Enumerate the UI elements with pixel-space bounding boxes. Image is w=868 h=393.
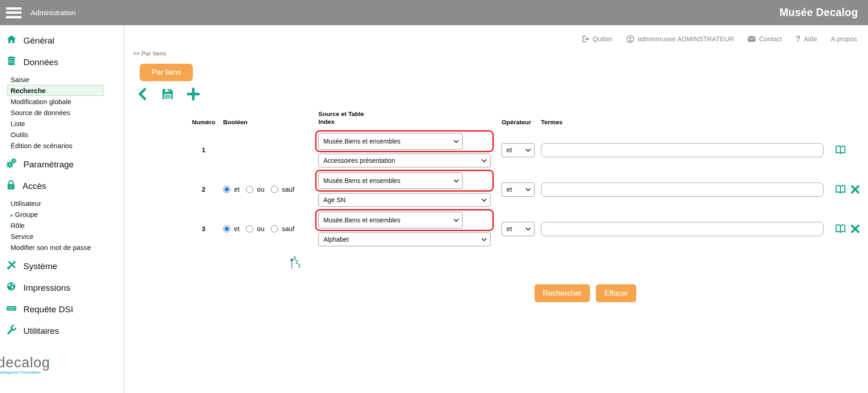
wrench-icon	[6, 324, 17, 338]
action-buttons: Rechercher Effacer	[535, 284, 868, 302]
criterion-row-1: 1 Musée.Biens et ensembles Accessoires p…	[184, 130, 868, 170]
term-input[interactable]	[541, 222, 824, 236]
operator-select[interactable]: et	[502, 222, 535, 236]
search-form: Numéro Booléen Source et Table Index Opé…	[184, 110, 868, 302]
chevron-down-icon	[525, 226, 530, 231]
sidebar-item-source-de-donnees[interactable]: Source de données	[7, 107, 104, 118]
tab-par-liens[interactable]: Par liens	[140, 64, 193, 81]
delete-row-icon[interactable]	[850, 184, 860, 194]
database-icon	[6, 55, 17, 69]
boolean-radio-group: et ou sauf	[223, 225, 318, 232]
sidebar-item-service[interactable]: Service	[7, 231, 104, 242]
effacer-button[interactable]: Effacer	[596, 284, 636, 302]
sidebar-item-recherche[interactable]: Recherche	[7, 85, 104, 96]
print-globe-icon	[6, 281, 17, 294]
back-button[interactable]	[137, 87, 149, 101]
hamburger-menu-icon[interactable]	[6, 7, 22, 18]
sidebar-item-saisie[interactable]: Saisie	[7, 74, 104, 85]
authority-book-icon[interactable]	[835, 145, 846, 155]
operator-select[interactable]: et	[502, 183, 535, 197]
acces-submenu: Utilisateur ▸Groupe Rôle Service Modifie…	[0, 197, 124, 255]
svg-text:1: 1	[298, 263, 300, 268]
radio-et[interactable]	[223, 186, 230, 193]
logout-icon	[581, 35, 590, 43]
sidebar-item-requete-dsi[interactable]: Requête DSI	[0, 299, 124, 320]
delete-row-icon[interactable]	[850, 224, 860, 234]
keyboard-icon	[6, 303, 17, 316]
source-table-select[interactable]: Musée.Biens et ensembles	[318, 133, 463, 149]
source-table-select[interactable]: Musée.Biens et ensembles	[318, 172, 463, 189]
authority-book-icon[interactable]	[835, 184, 846, 194]
boolean-radio-group: et ou sauf	[223, 186, 318, 193]
sidebar: Général Données Saisie Recherche Modific…	[0, 25, 124, 393]
contact-link[interactable]: Contact	[748, 35, 782, 43]
lock-icon	[6, 179, 16, 193]
user-icon	[626, 35, 634, 43]
sidebar-item-outils[interactable]: Outils	[7, 129, 104, 140]
sidebar-item-utilisateur[interactable]: Utilisateur	[7, 198, 104, 209]
index-select[interactable]: Alphabet	[318, 232, 491, 246]
sidebar-item-impressions[interactable]: Impressions	[0, 277, 124, 299]
chevron-down-icon	[525, 186, 530, 191]
rechercher-button[interactable]: Rechercher	[535, 284, 590, 302]
tools-icon	[6, 260, 17, 273]
term-input[interactable]	[541, 183, 824, 197]
term-input[interactable]	[541, 143, 824, 157]
chevron-down-icon	[453, 138, 459, 143]
sidebar-item-liste[interactable]: Liste	[7, 118, 104, 129]
sidebar-item-modification-globale[interactable]: Modification globale	[7, 96, 104, 107]
radio-ou[interactable]	[246, 186, 253, 193]
authority-book-icon[interactable]	[835, 224, 846, 234]
brand-title: Musée Decalog	[780, 6, 858, 19]
radio-sauf[interactable]	[271, 186, 278, 193]
save-button[interactable]	[161, 87, 175, 101]
user-account-link[interactable]: adminmusee ADMINSTRATEUR	[626, 35, 734, 43]
operator-select[interactable]: et	[502, 143, 535, 157]
index-select[interactable]: Accessoires présentation	[318, 154, 491, 167]
app-title: Administration	[31, 9, 76, 17]
sidebar-item-acces[interactable]: Accès	[0, 175, 124, 197]
toolbar	[137, 87, 868, 101]
gears-icon	[6, 158, 17, 171]
sort-order-icon[interactable]: 3 2 1	[288, 254, 304, 272]
sidebar-item-general[interactable]: Général	[0, 30, 124, 51]
decalog-logo: decalog partageons l'innovation	[0, 354, 124, 375]
radio-ou[interactable]	[246, 225, 253, 232]
chevron-down-icon	[481, 236, 486, 241]
header-numero: Numéro	[184, 119, 223, 126]
aide-link[interactable]: ? Aide	[796, 34, 817, 44]
chevron-down-icon	[481, 196, 486, 201]
add-criterion-button[interactable]	[186, 87, 200, 101]
chevron-down-icon	[525, 147, 530, 152]
home-icon	[6, 34, 17, 47]
header-links: Quitter adminmusee ADMINSTRATEUR	[125, 34, 857, 44]
help-icon: ?	[796, 34, 800, 44]
apropos-link[interactable]: A propos	[831, 35, 857, 43]
sidebar-item-donnees[interactable]: Données	[0, 51, 124, 73]
sidebar-item-modifier-mot-de-passe[interactable]: Modifier son mot de passe	[7, 242, 104, 253]
radio-sauf[interactable]	[271, 225, 278, 232]
main-content: Quitter adminmusee ADMINSTRATEUR	[125, 25, 868, 393]
row-number: 1	[184, 146, 223, 154]
header-booleen: Booléen	[223, 119, 318, 126]
chevron-right-icon: ▸	[11, 212, 13, 218]
sidebar-item-groupe[interactable]: ▸Groupe	[7, 209, 104, 220]
index-select[interactable]: Age SN	[318, 193, 491, 207]
sidebar-item-systeme[interactable]: Système	[0, 255, 124, 277]
donnees-submenu: Saisie Recherche Modification globale So…	[0, 73, 124, 154]
sidebar-item-utilitaires[interactable]: Utilitaires	[0, 320, 124, 342]
sidebar-item-role[interactable]: Rôle	[7, 220, 104, 231]
source-table-select[interactable]: Musée.Biens et ensembles	[318, 212, 463, 228]
form-headers: Numéro Booléen Source et Table Index Opé…	[184, 110, 868, 126]
radio-et[interactable]	[223, 225, 230, 232]
row-number: 2	[184, 186, 223, 193]
quitter-link[interactable]: Quitter	[581, 35, 613, 43]
header-termes: Termes	[541, 119, 829, 126]
chevron-down-icon	[453, 216, 459, 221]
sidebar-item-edition-scenarios[interactable]: Édition de scénarios	[7, 140, 104, 151]
header-source-index: Source et Table Index	[318, 110, 502, 126]
sidebar-item-parametrage[interactable]: Paramétrage	[0, 154, 124, 175]
row-number: 3	[184, 225, 223, 232]
chevron-down-icon	[453, 177, 459, 182]
page: Administration Musée Decalog Général Don…	[0, 0, 868, 393]
